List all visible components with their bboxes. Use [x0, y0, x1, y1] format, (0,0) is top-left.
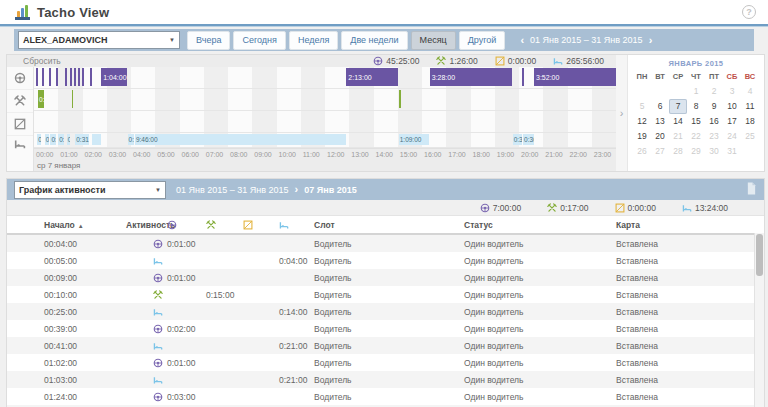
cell-start: 00:41:00 [44, 341, 126, 351]
drive-icon [153, 392, 163, 402]
table-row[interactable]: 01:24:000:03:00ВодительОдин водительВста… [7, 388, 764, 405]
calendar-day[interactable]: 14 [669, 114, 687, 129]
calendar-day[interactable]: 15 [687, 114, 705, 129]
col-drive-icon[interactable] [167, 220, 206, 230]
cell-card: Вставлена [616, 392, 764, 402]
axis-tick: 22:00 [570, 151, 588, 158]
calendar-day[interactable]: 16 [705, 114, 723, 129]
col-work-icon[interactable] [206, 220, 243, 230]
view-select[interactable]: График активности ▼ [14, 181, 166, 199]
timeline-totals: 45:25:001:26:000:00:00265:56:00 [373, 56, 604, 66]
table-row[interactable]: 00:10:000:15:00ВодительОдин водительВста… [7, 286, 764, 303]
activity-totals: 7:00:000:17:000:00:0013:24:00 [7, 200, 764, 216]
drive-icon [153, 273, 163, 283]
view-select-value: График активности [19, 185, 105, 195]
axis-tick: 15:00 [400, 151, 418, 158]
calendar-day[interactable]: 9 [705, 99, 723, 114]
col-status[interactable]: Статус [464, 220, 616, 230]
prev-range-icon[interactable]: ‹ [520, 36, 524, 45]
range-button-две-недели[interactable]: Две недели [341, 31, 407, 50]
timeline-body: 1:04:002:13:003:28:003:52:000:0:0:20:20:… [7, 67, 616, 171]
calendar-day: 29 [687, 144, 705, 159]
calendar-day-header: ПН [633, 70, 651, 84]
rest-segment: 9:46:00 [135, 134, 346, 145]
cell-slot: Водитель [314, 290, 464, 300]
timeline-row-work: 0: [34, 89, 616, 111]
chevron-down-icon: ▼ [155, 187, 161, 193]
cell-rest: 0:14:00 [279, 307, 314, 317]
calendar-day[interactable]: 17 [723, 114, 741, 129]
col-availability-icon[interactable] [243, 220, 279, 230]
cell-start: 00:10:00 [44, 290, 126, 300]
calendar-day[interactable]: 8 [687, 99, 705, 114]
table-row[interactable]: 00:05:000:04:00ВодительОдин водительВста… [7, 252, 764, 269]
calendar-day: 24 [723, 129, 741, 144]
axis-tick: 11:00 [303, 151, 320, 158]
calendar-day[interactable]: 10 [723, 99, 741, 114]
cell-start: 00:05:00 [44, 256, 126, 266]
table-row[interactable]: 00:25:000:14:00ВодительОдин водительВста… [7, 303, 764, 320]
calendar-day[interactable]: 19 [633, 129, 651, 144]
calendar-day-selected[interactable]: 7 [669, 99, 687, 114]
calendar-day[interactable]: 11 [741, 99, 759, 114]
rest-segment: 0:2 [45, 134, 49, 145]
cell-rest: 0:21:00 [279, 375, 314, 385]
rest-segment: 0:2 [50, 134, 55, 145]
driving-segment [522, 68, 524, 86]
range-buttons: ВчераСегодняНеделяДве неделиМесяцДругой [187, 31, 505, 50]
next-day-arrow[interactable]: › [616, 55, 627, 171]
range-button-месяц[interactable]: Месяц [411, 31, 456, 50]
col-start[interactable]: Начало▲ [44, 220, 126, 230]
cell-status: Один водитель [464, 375, 616, 385]
col-card[interactable]: Карта [616, 220, 764, 230]
table-row[interactable]: 00:39:000:02:00ВодительОдин водительВста… [7, 320, 764, 337]
range-button-сегодня[interactable]: Сегодня [233, 31, 286, 50]
calendar-day: 1 [687, 84, 705, 99]
cell-card: Вставлена [616, 239, 764, 249]
calendar-day: 28 [669, 144, 687, 159]
rest-segment: 0:2 [128, 134, 134, 145]
cell-card: Вставлена [616, 290, 764, 300]
calendar-day: 30 [705, 144, 723, 159]
range-button-неделя[interactable]: Неделя [289, 31, 338, 50]
rest-icon [153, 341, 163, 351]
activity-table: Начало▲АктивностьСлотСтатусКарта00:04:00… [7, 216, 764, 407]
range-button-другой[interactable]: Другой [459, 31, 506, 50]
calendar-day[interactable]: 12 [633, 114, 651, 129]
calendar-day[interactable]: 6 [651, 99, 669, 114]
drive-total: 7:00:00 [480, 203, 521, 213]
table-row[interactable]: 00:41:000:21:00ВодительОдин водительВста… [7, 337, 764, 354]
calendar-day[interactable]: 13 [651, 114, 669, 129]
help-icon[interactable]: ? [742, 5, 756, 19]
breadcrumb-range[interactable]: 01 Янв 2015 – 31 Янв 2015 [176, 185, 289, 195]
driver-select[interactable]: ALEX_ADAMOVICH ▼ [18, 31, 180, 49]
axis-tick: 02:00 [85, 151, 103, 158]
cell-slot: Водитель [314, 375, 464, 385]
cell-card: Вставлена [616, 256, 764, 266]
scrollbar-thumb[interactable] [756, 234, 763, 276]
calendar-day[interactable]: 20 [651, 129, 669, 144]
table-row[interactable]: 01:02:000:01:00ВодительОдин водительВста… [7, 354, 764, 371]
axis-tick: 05:00 [157, 151, 175, 158]
axis-tick: 01:00 [60, 151, 78, 158]
table-row[interactable]: 00:09:000:01:00ВодительОдин водительВста… [7, 269, 764, 286]
calendar-day[interactable]: 18 [741, 114, 759, 129]
next-range-icon[interactable]: › [649, 36, 653, 45]
cell-status: Один водитель [464, 324, 616, 334]
export-icon[interactable] [746, 181, 757, 199]
rest-segment: 0: [37, 134, 41, 145]
reset-link[interactable]: Сбросить [23, 56, 61, 66]
table-row[interactable]: 00:04:000:01:00ВодительОдин водительВста… [7, 235, 764, 252]
breadcrumb-separator-icon: › [295, 185, 299, 194]
col-rest-icon[interactable] [279, 220, 314, 230]
table-row[interactable]: 01:03:000:21:00ВодительОдин водительВста… [7, 371, 764, 388]
timeline-day-label: ср 7 января [34, 159, 616, 171]
cell-work: 0:15:00 [206, 290, 243, 300]
axis-tick: 16:00 [424, 151, 442, 158]
range-button-вчера[interactable]: Вчера [187, 31, 230, 50]
col-activity[interactable]: Активность [126, 220, 167, 230]
cell-card: Вставлена [616, 324, 764, 334]
rest-icon [153, 256, 163, 266]
cell-status: Один водитель [464, 290, 616, 300]
col-slot[interactable]: Слот [314, 220, 464, 230]
